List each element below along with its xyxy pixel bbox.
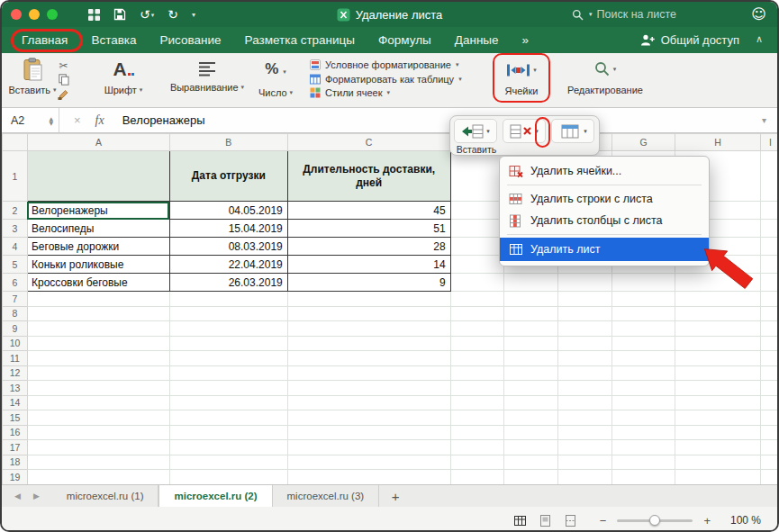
cell-A6[interactable]: Кроссовки беговые xyxy=(27,274,169,292)
cell-I5[interactable] xyxy=(760,256,779,274)
cell-A10[interactable] xyxy=(27,336,169,351)
column-header-G[interactable]: G xyxy=(612,134,675,151)
cell-C19[interactable] xyxy=(287,470,450,485)
row-header-13[interactable]: 13 xyxy=(3,381,28,396)
cell-I11[interactable] xyxy=(760,351,779,366)
cell-F10[interactable] xyxy=(558,336,612,351)
cell-E14[interactable] xyxy=(504,395,558,410)
save-icon[interactable] xyxy=(113,8,126,21)
toolbar-options-icon[interactable]: ▾ xyxy=(192,11,195,19)
formula-value[interactable]: Велоренажеры xyxy=(122,113,205,127)
row-header-11[interactable]: 11 xyxy=(3,351,28,366)
cell-B9[interactable] xyxy=(169,321,287,337)
row-header-12[interactable]: 12 xyxy=(3,365,28,381)
cell-G19[interactable] xyxy=(612,470,675,485)
cell-E9[interactable] xyxy=(504,321,558,337)
cell-I7[interactable] xyxy=(760,292,779,307)
cell-A7[interactable] xyxy=(27,292,169,307)
cell-styles-button[interactable]: Стили ячеек▾ xyxy=(310,87,462,98)
cell-B4[interactable]: 08.03.2019 xyxy=(169,238,287,256)
cell-B6[interactable]: 26.03.2019 xyxy=(169,274,287,292)
collapse-ribbon-icon[interactable]: ∧ xyxy=(756,33,763,45)
cell-G13[interactable] xyxy=(612,381,675,396)
cell-I3[interactable] xyxy=(760,220,779,238)
cell-A15[interactable] xyxy=(27,410,169,426)
select-all-corner[interactable] xyxy=(3,134,28,151)
cell-B3[interactable]: 15.04.2019 xyxy=(169,220,287,238)
cell-C10[interactable] xyxy=(287,336,450,351)
name-box-stepper-icon[interactable]: ▲▼ xyxy=(49,116,53,125)
row-header-16[interactable]: 16 xyxy=(3,425,28,440)
zoom-slider[interactable] xyxy=(617,519,693,522)
tab-home[interactable]: Главная xyxy=(22,33,68,47)
cell-H7[interactable] xyxy=(675,292,761,307)
cell-C4[interactable]: 28 xyxy=(287,238,450,256)
cell-H15[interactable] xyxy=(675,410,761,426)
row-header-9[interactable]: 9 xyxy=(3,321,28,337)
cell-E7[interactable] xyxy=(504,292,558,307)
format-painter-icon[interactable] xyxy=(58,88,69,100)
close-button[interactable] xyxy=(11,9,22,20)
cell-D9[interactable] xyxy=(450,321,504,337)
menu-item-delete-sheet[interactable]: Удалить лист xyxy=(500,238,709,261)
cell-E11[interactable] xyxy=(504,351,558,366)
zoom-slider-knob[interactable] xyxy=(649,515,660,526)
cell-H16[interactable] xyxy=(675,425,761,440)
cell-I9[interactable] xyxy=(760,321,779,337)
cell-D14[interactable] xyxy=(450,395,504,410)
cell-G16[interactable] xyxy=(612,425,675,440)
cell-C6[interactable]: 9 xyxy=(287,274,450,292)
cell-I14[interactable] xyxy=(760,395,779,410)
cell-F9[interactable] xyxy=(558,321,612,337)
cell-D8[interactable] xyxy=(450,306,504,321)
cell-A18[interactable] xyxy=(27,455,169,470)
cell-G14[interactable] xyxy=(612,395,675,410)
cell-C7[interactable] xyxy=(287,292,450,307)
format-as-table-button[interactable]: Форматировать как таблицу▾ xyxy=(310,74,462,85)
cell-C18[interactable] xyxy=(287,455,450,470)
cell-F13[interactable] xyxy=(558,381,612,396)
row-header-6[interactable]: 6 xyxy=(3,274,28,292)
cell-D13[interactable] xyxy=(450,381,504,396)
cell-C5[interactable]: 14 xyxy=(287,256,450,274)
cell-A11[interactable] xyxy=(27,351,169,366)
cell-F14[interactable] xyxy=(558,395,612,410)
sheet-tab-1[interactable]: microexcel.ru (1) xyxy=(52,485,159,507)
cell-H14[interactable] xyxy=(675,395,761,410)
cell-C2[interactable]: 45 xyxy=(287,202,450,220)
cell-D6[interactable] xyxy=(450,274,504,292)
cell-I1[interactable] xyxy=(760,151,779,202)
cell-I15[interactable] xyxy=(760,410,779,426)
menu-item-delete-rows[interactable]: Удалить строки с листа xyxy=(500,188,709,210)
cell-E15[interactable] xyxy=(504,410,558,426)
cell-I8[interactable] xyxy=(760,306,779,321)
view-switcher-icon[interactable] xyxy=(88,9,100,21)
number-button[interactable]: % ▾ Число▾ xyxy=(249,58,303,98)
cell-D15[interactable] xyxy=(450,410,504,426)
row-header-15[interactable]: 15 xyxy=(3,410,28,426)
row-header-10[interactable]: 10 xyxy=(3,336,28,351)
cell-A12[interactable] xyxy=(27,365,169,381)
cell-E8[interactable] xyxy=(504,306,558,321)
cell-B13[interactable] xyxy=(169,381,287,396)
column-header-I[interactable]: I xyxy=(760,134,779,151)
cell-A19[interactable] xyxy=(27,470,169,485)
cell-E17[interactable] xyxy=(504,440,558,455)
cell-G6[interactable] xyxy=(612,274,675,292)
cell-H8[interactable] xyxy=(675,306,761,321)
cell-B2[interactable]: 04.05.2019 xyxy=(169,202,287,220)
row-header-1[interactable]: 1 xyxy=(3,151,28,202)
name-box[interactable]: A2 ▲▼ xyxy=(2,108,59,132)
cell-B1[interactable]: Дата отгрузки xyxy=(169,151,287,202)
cell-C14[interactable] xyxy=(287,395,450,410)
cell-I18[interactable] xyxy=(760,455,779,470)
feedback-smiley-icon[interactable]: ☺ xyxy=(751,5,766,23)
cell-D3[interactable] xyxy=(450,220,504,238)
share-button[interactable]: Общий доступ xyxy=(640,27,739,53)
cell-F7[interactable] xyxy=(558,292,612,307)
cell-C11[interactable] xyxy=(287,351,450,366)
cell-C12[interactable] xyxy=(287,365,450,381)
cell-B16[interactable] xyxy=(169,425,287,440)
row-header-7[interactable]: 7 xyxy=(3,292,28,307)
fullscreen-button[interactable] xyxy=(47,9,58,20)
